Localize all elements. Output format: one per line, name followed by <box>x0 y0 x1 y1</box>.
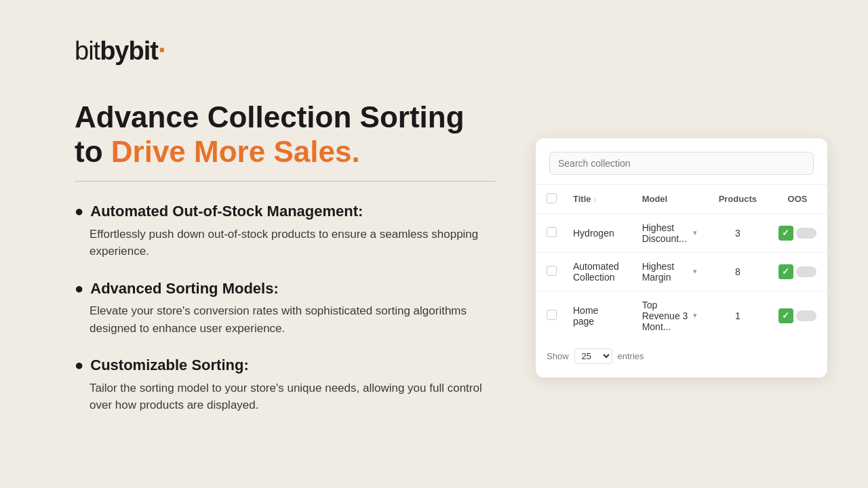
row3-model: Top Revenue 3 Mont... ▾ <box>631 291 708 340</box>
bullet-1: ● <box>75 202 83 222</box>
heading-line2-orange: Drive More Sales. <box>111 135 360 168</box>
feature-desc-3: Tailor the sorting model to your store's… <box>75 380 495 414</box>
row2-title: Automated Collection <box>562 252 631 291</box>
table-row: Home page Top Revenue 3 Mont... ▾ 1 ✓ <box>536 291 827 340</box>
logo: bitbybit· <box>75 34 495 66</box>
row1-oos: ✓ <box>768 214 827 252</box>
row3-title: Home page <box>562 291 631 340</box>
row2-model-text: Highest Margin <box>642 261 689 283</box>
search-input[interactable] <box>549 152 814 175</box>
row3-checkbox[interactable] <box>547 310 557 320</box>
row1-oos-toggle[interactable] <box>796 228 816 239</box>
feature-item-2: ● Advanced Sorting Models: Elevate your … <box>75 279 495 338</box>
row3-oos-toggle[interactable] <box>796 310 816 321</box>
left-panel: bitbybit· Advance Collection Sorting to … <box>75 27 495 461</box>
logo-prefix: bit <box>75 37 100 65</box>
feature-item-1: ● Automated Out-of-Stock Management: Eff… <box>75 202 495 260</box>
row2-model-chevron[interactable]: ▾ <box>693 267 697 276</box>
row1-checkbox[interactable] <box>547 227 557 237</box>
row2-model: Highest Margin ▾ <box>631 252 708 291</box>
feature-desc-1: Effortlessly push down out-of-stock prod… <box>75 226 495 260</box>
heading: Advance Collection Sorting to Drive More… <box>75 100 495 169</box>
right-panel: Title ↕ Model Products OOS Hydrog <box>536 27 827 461</box>
row3-model-text: Top Revenue 3 Mont... <box>642 300 689 332</box>
collections-table: Title ↕ Model Products OOS Hydrog <box>536 184 827 340</box>
search-bar[interactable] <box>536 152 827 184</box>
row1-model-text: Highest Discount... <box>642 222 689 244</box>
row2-checkbox-cell <box>536 252 562 291</box>
col-header-title: Title ↕ <box>562 184 631 214</box>
heading-line2-plain: to <box>75 135 111 168</box>
show-label: Show <box>547 351 569 361</box>
row3-model-chevron[interactable]: ▾ <box>693 311 697 320</box>
logo-by: by <box>100 37 128 65</box>
feature-title-2: Advanced Sorting Models: <box>90 279 278 299</box>
col-header-model: Model <box>631 184 708 214</box>
feature-title-1: Automated Out-of-Stock Management: <box>90 202 363 222</box>
feature-item-3: ● Customizable Sorting: Tailor the sorti… <box>75 356 495 414</box>
feature-desc-2: Elevate your store's conversion rates wi… <box>75 302 495 337</box>
col-header-oos: OOS <box>768 184 827 214</box>
feature-title-3: Customizable Sorting: <box>90 356 248 375</box>
table-row: Automated Collection Highest Margin ▾ 8 … <box>536 252 827 291</box>
table-row: Hydrogen Highest Discount... ▾ 3 ✓ <box>536 214 827 252</box>
heading-line1: Advance Collection Sorting <box>75 100 465 134</box>
row1-checkbox-cell <box>536 214 562 252</box>
row3-products: 1 <box>708 291 768 340</box>
row2-oos-check: ✓ <box>778 264 793 279</box>
bullet-3: ● <box>75 356 83 375</box>
row2-oos-toggle[interactable] <box>796 266 816 277</box>
bullet-2: ● <box>75 279 83 299</box>
row1-model-chevron[interactable]: ▾ <box>693 228 697 237</box>
logo-suffix: bit <box>129 37 158 65</box>
collection-card: Title ↕ Model Products OOS Hydrog <box>536 138 827 378</box>
row2-oos: ✓ <box>768 252 827 291</box>
table-footer: Show 25 50 100 entries <box>536 340 827 367</box>
row2-products: 8 <box>708 252 768 291</box>
row2-checkbox[interactable] <box>547 266 557 276</box>
features-list: ● Automated Out-of-Stock Management: Eff… <box>75 202 495 414</box>
entries-label: entries <box>618 351 644 361</box>
row1-model: Highest Discount... ▾ <box>631 214 708 252</box>
section-divider <box>75 181 495 182</box>
logo-text: bitbybit· <box>75 37 165 65</box>
sort-icon-title[interactable]: ↕ <box>593 196 597 203</box>
row3-oos: ✓ <box>768 291 827 340</box>
row3-checkbox-cell <box>536 291 562 340</box>
header-checkbox[interactable] <box>547 193 557 203</box>
col-header-products: Products <box>708 184 768 214</box>
row3-oos-check: ✓ <box>778 308 793 323</box>
col-header-checkbox <box>536 184 562 214</box>
row1-title: Hydrogen <box>562 214 631 252</box>
row1-oos-check: ✓ <box>778 226 793 241</box>
logo-dot: · <box>158 34 165 66</box>
row1-products: 3 <box>708 214 768 252</box>
entries-select[interactable]: 25 50 100 <box>574 348 612 364</box>
